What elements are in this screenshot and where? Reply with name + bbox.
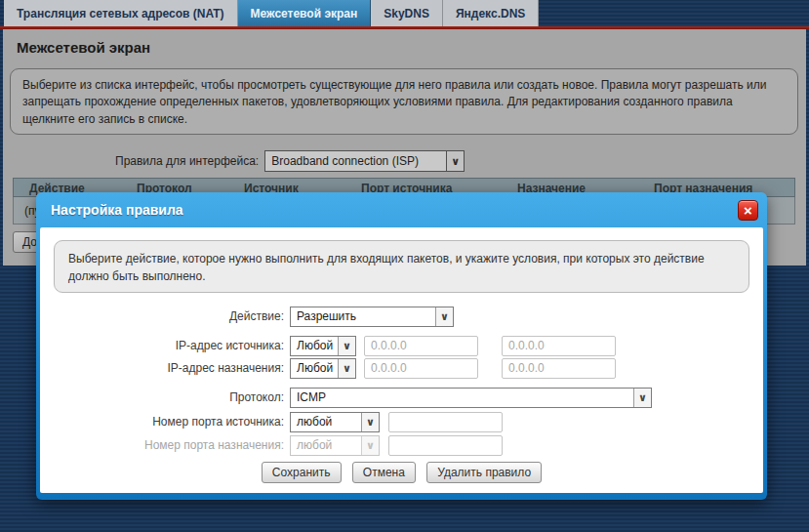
dialog-title: Настройка правила [40, 202, 738, 218]
dest-ip-select[interactable]: Любой ∨ [290, 358, 356, 379]
action-row: Действие: Разрешить ∨ [40, 306, 763, 327]
dialog-description: Выберите действие, которое нужно выполни… [54, 240, 749, 293]
interface-select[interactable]: Broadband connection (ISP) ∨ [264, 150, 465, 172]
chevron-down-icon: ∨ [338, 337, 355, 355]
tab-firewall[interactable]: Межсетевой экран [238, 0, 372, 26]
interface-select-row: Правила для интерфейса: Broadband connec… [115, 150, 465, 172]
dest-port-field [388, 435, 503, 456]
cancel-button[interactable]: Отмена [352, 462, 416, 483]
source-ip-address-field[interactable] [364, 336, 478, 356]
source-ip-select[interactable]: Любой ∨ [290, 336, 356, 356]
dest-port-row: Номер порта назначения: любой ∨ [40, 434, 763, 456]
rule-settings-dialog: Настройка правила × Выберите действие, к… [36, 192, 767, 500]
protocol-select[interactable]: ICMP ∨ [290, 388, 652, 408]
source-ip-select-value: Любой [291, 339, 338, 352]
source-ip-row: IP-адрес источника: Любой ∨ [40, 335, 763, 356]
close-icon[interactable]: × [738, 200, 758, 221]
action-select-value: Разрешить [291, 309, 435, 323]
dest-ip-address-field[interactable] [364, 358, 478, 379]
action-select[interactable]: Разрешить ∨ [290, 307, 454, 327]
interface-select-label: Правила для интерфейса: [115, 154, 259, 168]
page-description: Выберите из списка интерфейс, чтобы прос… [10, 68, 798, 135]
chevron-down-icon: ∨ [633, 389, 651, 407]
chevron-down-icon: ∨ [361, 436, 379, 455]
tab-yandex-dns[interactable]: Яндекс.DNS [443, 0, 539, 26]
chevron-down-icon: ∨ [435, 307, 453, 326]
dest-ip-label: IP-адрес назначения: [40, 361, 284, 375]
dest-ip-row: IP-адрес назначения: Любой ∨ [40, 357, 763, 379]
dest-port-label: Номер порта назначения: [40, 438, 284, 452]
chevron-down-icon: ∨ [361, 413, 379, 431]
dest-ip-select-value: Любой [291, 361, 338, 375]
action-label: Действие: [40, 309, 284, 323]
interface-select-value: Broadband connection (ISP) [265, 154, 446, 168]
chevron-down-icon: ∨ [446, 151, 464, 171]
delete-rule-button[interactable]: Удалить правило [426, 462, 542, 483]
save-button[interactable]: Сохранить [262, 462, 342, 483]
protocol-row: Протокол: ICMP ∨ [40, 387, 763, 408]
tab-skydns[interactable]: SkyDNS [371, 0, 443, 26]
dest-ip-mask-field[interactable] [502, 358, 616, 379]
protocol-label: Протокол: [40, 390, 284, 404]
protocol-select-value: ICMP [291, 390, 633, 404]
source-port-select-value: любой [291, 415, 361, 429]
dialog-body: Выберите действие, которое нужно выполни… [40, 227, 763, 493]
source-port-label: Номер порта источника: [40, 415, 284, 429]
chevron-down-icon: ∨ [338, 359, 355, 378]
page-title: Межсетевой экран [17, 39, 150, 56]
dialog-buttons: Сохранить Отмена Удалить правило [40, 462, 763, 483]
source-port-row: Номер порта источника: любой ∨ [40, 411, 763, 432]
dialog-titlebar: Настройка правила × [40, 192, 763, 227]
source-port-field[interactable] [388, 412, 503, 432]
tab-bar: Трансляция сетевых адресов (NAT) Межсете… [4, 0, 539, 26]
tab-nat[interactable]: Трансляция сетевых адресов (NAT) [4, 0, 238, 26]
source-port-select[interactable]: любой ∨ [290, 412, 380, 432]
dest-port-select-value: любой [291, 438, 361, 452]
dest-port-select: любой ∨ [290, 435, 380, 456]
source-ip-label: IP-адрес источника: [40, 339, 284, 352]
source-ip-mask-field[interactable] [502, 336, 616, 356]
